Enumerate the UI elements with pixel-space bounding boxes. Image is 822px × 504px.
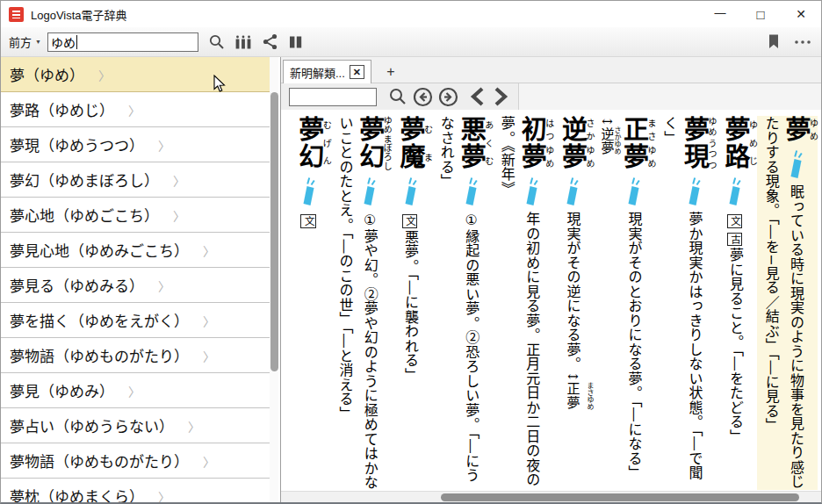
list-item-label: 夢物語（ゆめものがたり） [10,450,189,472]
entry-headword: 逆夢さかゆめ [558,116,588,170]
close-button[interactable]: ✕ [781,1,821,27]
list-item-label: 夢を描く（ゆめをえがく） [10,309,189,331]
list-item[interactable]: 夢占い（ゆめうらない） 〉 [1,408,270,443]
search-mode-dropdown[interactable]: 前方 ▼ [9,33,41,50]
next-entry-icon[interactable] [492,87,509,106]
search-input-value: ゆめ [51,33,76,51]
entry-headword: 正夢まさゆめ [619,116,649,170]
chevron-right-icon: 〉 [173,206,185,224]
usage-tags: 文 [402,212,419,230]
entry-headword: 夢現ゆめうつつ [680,116,710,170]
sidebar-scrollbar[interactable] [270,57,278,504]
highlighter-icon[interactable] [626,177,643,206]
highlighter-icon[interactable] [565,177,581,206]
entry-search-icon[interactable] [388,87,407,106]
entry-headword: 夢魔むま [395,116,425,170]
entry-headword: 夢ゆめ [781,116,811,143]
chevron-right-icon: 〉 [158,487,170,504]
usage-tags: 文 [301,212,318,230]
entry-headword: 夢幻ゆめまぼろし [355,116,385,170]
history-back-icon[interactable] [413,87,433,107]
dictionary-entry[interactable]: 正夢まさゆめ現実がそのとおりになる夢。「―になる」↕逆夢さかゆめ [595,116,656,490]
dictionary-entry[interactable]: 逆夢さかゆめ現実がその逆になる夢。↕正夢まさゆめ [553,116,594,490]
list-item[interactable]: 夢見る（ゆめみる） 〉 [1,268,270,303]
tab-dictionary[interactable]: 新明解類... ✕ [283,60,371,83]
list-item-label: 夢現（ゆめうつつ） [10,133,144,155]
dictionary-entry[interactable]: 夢路ゆめじ文古夢に見ること。「―をたどる」 [717,116,757,490]
bookmark-icon[interactable] [767,33,781,50]
share-icon[interactable] [262,33,278,50]
search-input[interactable]: ゆめ [47,32,198,52]
maximize-button[interactable]: □ [740,1,781,27]
list-item[interactable]: 夢心地（ゆめごこち） 〉 [1,198,270,233]
list-item[interactable]: 夢物語（ゆめものがたり） 〉 [1,338,270,373]
dictionary-entry[interactable]: 夢幻むげん文 [290,116,330,490]
chevron-right-icon: 〉 [188,417,200,435]
list-item[interactable]: 夢物語（ゆめものがたり） 〉 [1,443,270,479]
list-item[interactable]: 夢現（ゆめうつつ） 〉 [1,127,270,162]
highlighter-icon[interactable] [463,177,480,206]
list-item-label: 夢占い（ゆめうらない） [10,414,174,436]
highlighter-icon[interactable] [523,177,540,206]
list-item-label: 夢物語（ゆめものがたり） [10,344,189,366]
chevron-right-icon: 〉 [173,171,185,189]
entry-headword: 初夢はつゆめ [516,116,546,170]
list-item-label: 夢見る（ゆめみる） [10,274,144,296]
entry-definition: 年の初めに見る夢。正月元日か二日の夜の夢。《新年》 [499,116,540,487]
entry-definition: 悪夢。「―に襲われる」 [402,230,419,383]
tag-box: 文 [727,214,742,228]
tab-bar: 新明解類... ✕ + [281,57,821,83]
app-logo-icon [9,7,24,22]
dictionary-entry[interactable]: 夢ゆめ眠っている時に現実のように物事を見たり感じたりする現象。「―を−見る／結ぶ… [757,116,818,490]
horizontal-scrollbar-thumb[interactable] [441,493,799,501]
list-item[interactable]: 夢を描く（ゆめをえがく） 〉 [1,303,270,338]
minimize-button[interactable]: — [700,0,740,25]
history-forward-icon[interactable] [438,87,458,107]
entry-content: 夢ゆめ眠っている時に現実のように物事を見たり感じたりする現象。「―を−見る／結ぶ… [281,110,821,492]
cross-reference[interactable]: ↕正夢まさゆめ [565,371,580,410]
chevron-right-icon: 〉 [98,66,111,83]
more-icon[interactable] [793,39,812,46]
sidebar-scrollbar-thumb[interactable] [270,92,278,371]
search-icon[interactable] [208,33,225,50]
tag-box: 文 [402,214,417,228]
list-item-label: 夢心地（ゆめごこち） [10,204,159,226]
chevron-right-icon: 〉 [158,277,170,294]
highlighter-icon[interactable] [402,177,419,206]
tab-close-icon[interactable]: ✕ [350,65,364,79]
list-item[interactable]: 夢（ゆめ） 〉 [1,57,270,92]
dictionary-entry[interactable]: 夢魔むま文悪夢。「―に襲われる」 [392,116,432,490]
horizontal-scrollbar[interactable] [281,491,821,504]
new-tab-button[interactable]: + [371,61,410,83]
cross-reference[interactable]: ↕逆夢さかゆめ [599,116,615,155]
highlighter-icon[interactable] [727,177,744,206]
entry-search-input[interactable] [289,88,377,106]
highlighter-icon[interactable] [362,177,379,206]
entry-definition: 夢に見ること。「―をたどる」 [727,248,744,443]
previous-entry-icon[interactable] [469,87,487,106]
highlighter-icon[interactable] [301,177,318,206]
dictionary-entry[interactable]: 悪夢あくむ①縁起の悪い夢。②恐ろしい夢。「―にうなされる」 [432,116,493,490]
entry-headword: 夢路ゆめじ [720,116,750,170]
library-icon[interactable] [234,34,252,50]
highlighter-icon[interactable] [687,177,703,206]
list-item[interactable]: 夢路（ゆめじ） 〉 [1,92,270,127]
dictionary-entry[interactable]: 夢現ゆめうつつ夢か現実かはっきりしない状態。「―で聞く」 [656,116,717,490]
highlighter-icon[interactable] [788,150,804,179]
title-bar[interactable]: LogoVista電子辞典 — □ ✕ [1,1,821,27]
list-item[interactable]: 夢幻（ゆめまぼろし） 〉 [1,162,270,198]
list-item[interactable]: 夢見（ゆめみ） 〉 [1,373,270,408]
list-item[interactable]: 夢枕（ゆめまくら） 〉 [1,479,270,504]
dictionary-entry[interactable]: 夢幻ゆめまぼろし①夢や幻。②夢や幻のように極めてはかないことのたとえ。「―のこの… [331,116,392,490]
entry-definition: 現実がその逆になる夢。 [565,212,581,371]
main-toolbar: 前方 ▼ ゆめ [1,27,821,57]
list-item[interactable]: 夢見心地（ゆめみごこち） 〉 [1,233,270,268]
entry-view[interactable]: 夢ゆめ眠っている時に現実のように物事を見たり感じたりする現象。「―を−見る／結ぶ… [281,110,821,504]
chevron-right-icon: 〉 [128,382,141,400]
chevron-right-icon: 〉 [203,241,215,259]
columns-icon[interactable] [288,34,303,50]
result-list: 夢（ゆめ） 〉 夢路（ゆめじ） 〉 夢現（ゆめうつつ） 〉 夢幻（ゆめまぼろし）… [1,57,270,504]
tab-label: 新明解類... [290,64,345,81]
chevron-down-icon: ▼ [35,39,41,45]
dictionary-entry[interactable]: 初夢はつゆめ年の初めに見る夢。正月元日か二日の夜の夢。《新年》 [493,116,553,490]
